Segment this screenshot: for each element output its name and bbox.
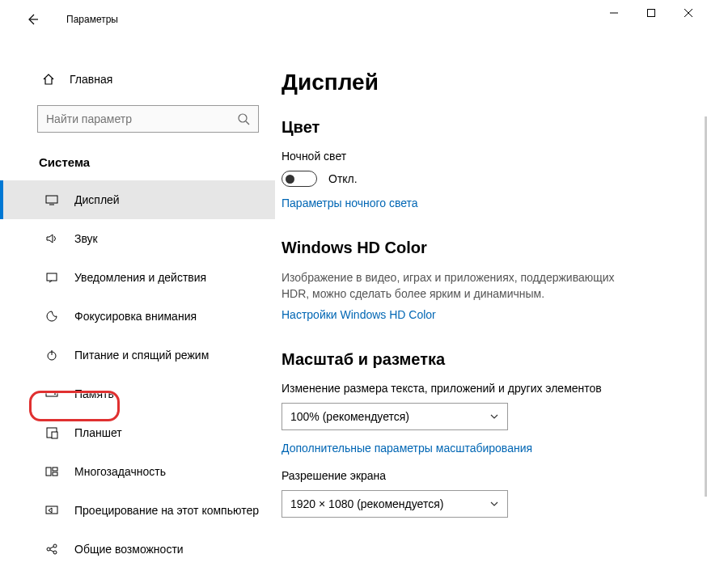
search-box[interactable]	[37, 105, 259, 133]
sidebar-item-label: Питание и спящий режим	[74, 349, 209, 362]
svg-point-1	[239, 114, 247, 122]
night-light-settings-link[interactable]: Параметры ночного света	[282, 197, 683, 209]
home-label: Главная	[70, 73, 112, 86]
minimize-button[interactable]	[595, 0, 633, 26]
night-light-label: Ночной свет	[282, 150, 683, 163]
sidebar-item-label: Фокусировка внимания	[74, 310, 197, 323]
svg-point-13	[47, 548, 50, 551]
sidebar-item-label: Звук	[74, 232, 98, 245]
sidebar-item-notifications[interactable]: Уведомления и действия	[0, 258, 275, 297]
projecting-icon	[44, 504, 60, 517]
sidebar-item-focus[interactable]: Фокусировка внимания	[0, 297, 275, 336]
scale-dropdown[interactable]: 100% (рекомендуется)	[282, 403, 508, 430]
arrow-left-icon	[25, 12, 40, 27]
svg-rect-10	[53, 467, 57, 471]
color-header: Цвет	[282, 118, 683, 137]
hd-settings-link[interactable]: Настройки Windows HD Color	[282, 308, 683, 321]
sidebar-item-label: Уведомления и действия	[74, 271, 206, 284]
hd-description: Изображение в видео, играх и приложениях…	[282, 270, 621, 302]
focus-icon	[44, 310, 60, 323]
back-button[interactable]	[16, 3, 49, 36]
home-button[interactable]: Главная	[0, 63, 275, 95]
chevron-down-icon	[489, 499, 499, 509]
content-area: Дисплей Цвет Ночной свет Откл. Параметры…	[275, 39, 707, 588]
sidebar-item-label: Память	[74, 387, 114, 400]
resolution-value: 1920 × 1080 (рекомендуется)	[290, 497, 443, 510]
resolution-dropdown[interactable]: 1920 × 1080 (рекомендуется)	[282, 490, 508, 518]
window-controls	[595, 0, 707, 26]
scale-value: 100% (рекомендуется)	[290, 410, 409, 423]
maximize-icon	[647, 9, 655, 17]
sidebar-item-label: Многозадачность	[74, 465, 166, 478]
sidebar: Главная Система Дисплей Звук Уведомления…	[0, 39, 275, 588]
display-icon	[44, 193, 60, 206]
storage-icon	[44, 387, 60, 400]
chevron-down-icon	[489, 412, 499, 421]
sidebar-item-shared[interactable]: Общие возможности	[0, 530, 275, 569]
app-title: Параметры	[66, 14, 118, 25]
scale-header: Масштаб и разметка	[282, 350, 683, 369]
night-light-toggle[interactable]	[282, 171, 317, 187]
resolution-label: Разрешение экрана	[282, 469, 683, 482]
scale-section: Масштаб и разметка Изменение размера тек…	[282, 350, 683, 518]
close-button[interactable]	[670, 0, 707, 26]
power-icon	[44, 349, 60, 362]
sound-icon	[44, 232, 60, 245]
toggle-knob	[286, 175, 294, 184]
search-input[interactable]	[46, 112, 237, 125]
svg-point-15	[53, 551, 57, 554]
svg-rect-2	[46, 196, 57, 203]
search-icon	[237, 112, 250, 125]
sidebar-item-sound[interactable]: Звук	[0, 219, 275, 258]
sidebar-item-tablet[interactable]: Планшет	[0, 413, 275, 452]
sidebar-item-label: Дисплей	[74, 193, 120, 206]
home-icon	[40, 73, 57, 86]
svg-rect-3	[47, 273, 57, 281]
sidebar-section-title: Система	[39, 155, 275, 169]
sidebar-item-projecting[interactable]: Проецирование на этот компьютер	[0, 491, 275, 530]
svg-rect-8	[52, 432, 57, 438]
sidebar-item-storage[interactable]: Память	[0, 374, 275, 413]
svg-rect-9	[46, 467, 51, 476]
sidebar-item-power[interactable]: Питание и спящий режим	[0, 336, 275, 374]
sidebar-item-display[interactable]: Дисплей	[0, 180, 275, 219]
svg-rect-0	[648, 10, 655, 17]
titlebar: Параметры	[0, 0, 707, 39]
color-section: Цвет Ночной свет Откл. Параметры ночного…	[282, 118, 683, 209]
hd-header: Windows HD Color	[282, 239, 683, 257]
sidebar-item-multitasking[interactable]: Многозадачность	[0, 452, 275, 491]
close-icon	[684, 9, 692, 17]
svg-point-6	[54, 393, 56, 395]
advanced-scaling-link[interactable]: Дополнительные параметры масштабирования	[282, 442, 683, 455]
tablet-icon	[44, 426, 60, 439]
nav-list: Дисплей Звук Уведомления и действия Фоку…	[0, 180, 275, 569]
sidebar-item-label: Проецирование на этот компьютер	[74, 504, 259, 517]
multitasking-icon	[44, 465, 60, 478]
minimize-icon	[610, 9, 618, 17]
sidebar-item-label: Планшет	[74, 426, 122, 439]
scale-label: Изменение размера текста, приложений и д…	[282, 382, 683, 395]
page-title: Дисплей	[282, 70, 683, 95]
maximize-button[interactable]	[633, 0, 670, 26]
shared-icon	[44, 543, 60, 556]
sidebar-item-label: Общие возможности	[74, 543, 184, 556]
hd-color-section: Windows HD Color Изображение в видео, иг…	[282, 239, 683, 321]
toggle-state-label: Откл.	[328, 172, 358, 185]
svg-point-14	[53, 544, 57, 548]
notifications-icon	[44, 271, 60, 284]
svg-rect-11	[53, 472, 57, 476]
